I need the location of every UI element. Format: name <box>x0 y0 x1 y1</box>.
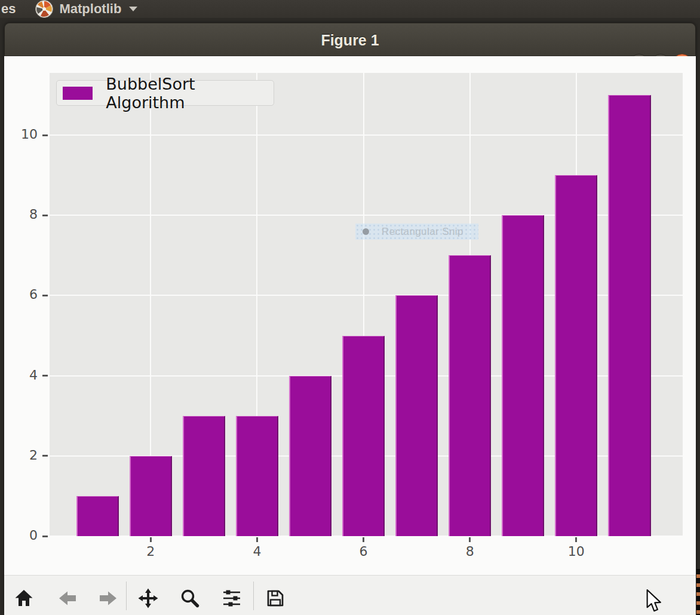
y-tick-label: 6 <box>11 287 38 302</box>
desktop-top-panel: es Matplotlib <box>0 0 700 18</box>
y-tick-label: 2 <box>11 448 38 463</box>
x-tick-label: 10 <box>561 544 591 559</box>
pan-icon <box>138 588 158 608</box>
bar <box>183 416 225 536</box>
back-button[interactable] <box>56 586 79 610</box>
zoom-button[interactable] <box>179 586 201 610</box>
save-button[interactable] <box>264 586 287 610</box>
legend-label: BubbelSort Algorithm <box>106 75 274 112</box>
window-title: Figure 1 <box>5 32 695 49</box>
home-button[interactable] <box>13 586 35 610</box>
bar <box>555 175 597 536</box>
tick-mark <box>150 537 152 542</box>
back-arrow-icon <box>57 588 78 608</box>
legend-swatch <box>63 87 93 100</box>
activities-button[interactable]: es <box>1 1 16 17</box>
x-tick-label: 2 <box>136 544 165 559</box>
bar <box>342 336 385 536</box>
home-icon <box>14 588 34 608</box>
toolbar-separator <box>126 582 127 610</box>
y-tick-label: 10 <box>11 127 38 142</box>
snip-label: Rectangular Snip <box>382 226 463 238</box>
tick-mark <box>469 537 471 542</box>
matplotlib-logo-icon <box>35 0 54 19</box>
bar <box>502 215 544 536</box>
figure-canvas[interactable]: BubbelSort Algorithm Rectangular Snip 02… <box>4 56 696 575</box>
legend: BubbelSort Algorithm <box>56 80 274 106</box>
figure-window: Figure 1 BubbelSort Algorithm Rectangula… <box>4 23 696 615</box>
tick-mark <box>42 536 48 537</box>
gridline <box>50 134 683 136</box>
tick-mark <box>42 134 48 136</box>
forward-button[interactable] <box>97 586 119 610</box>
y-tick-label: 0 <box>11 528 38 543</box>
sliders-icon <box>222 588 242 608</box>
pan-button[interactable] <box>137 586 159 610</box>
app-menu-label: Matplotlib <box>59 1 121 17</box>
toolbar-separator <box>253 582 254 610</box>
y-tick-label: 4 <box>11 368 38 383</box>
forward-arrow-icon <box>98 588 118 608</box>
tick-mark <box>575 537 577 542</box>
x-tick-label: 6 <box>349 544 379 559</box>
save-icon <box>265 588 285 608</box>
bar <box>289 376 331 536</box>
bar <box>76 496 119 536</box>
snip-dot-icon <box>363 228 369 235</box>
tick-mark <box>42 375 48 377</box>
bar <box>449 255 491 536</box>
tick-mark <box>363 537 364 542</box>
snip-border-artifact <box>696 569 700 615</box>
plot-area[interactable]: BubbelSort Algorithm Rectangular Snip <box>50 73 683 536</box>
x-tick-label: 8 <box>455 544 485 559</box>
window-titlebar[interactable]: Figure 1 <box>4 23 696 56</box>
configure-subplots-button[interactable] <box>220 586 243 610</box>
tick-mark <box>42 215 48 216</box>
tick-mark <box>42 455 48 457</box>
y-tick-label: 8 <box>11 207 38 222</box>
app-menu[interactable]: Matplotlib <box>35 0 137 19</box>
bar <box>395 295 438 536</box>
mouse-cursor <box>646 589 662 613</box>
matplotlib-toolbar <box>4 575 696 615</box>
magnifier-icon <box>180 588 200 608</box>
chevron-down-icon <box>129 7 137 11</box>
bar <box>130 456 172 536</box>
bar <box>608 95 650 536</box>
rectangular-snip-overlay: Rectangular Snip <box>355 224 478 240</box>
tick-mark <box>42 295 48 296</box>
tick-mark <box>256 537 258 542</box>
bar <box>236 416 278 536</box>
x-tick-label: 4 <box>242 544 272 559</box>
